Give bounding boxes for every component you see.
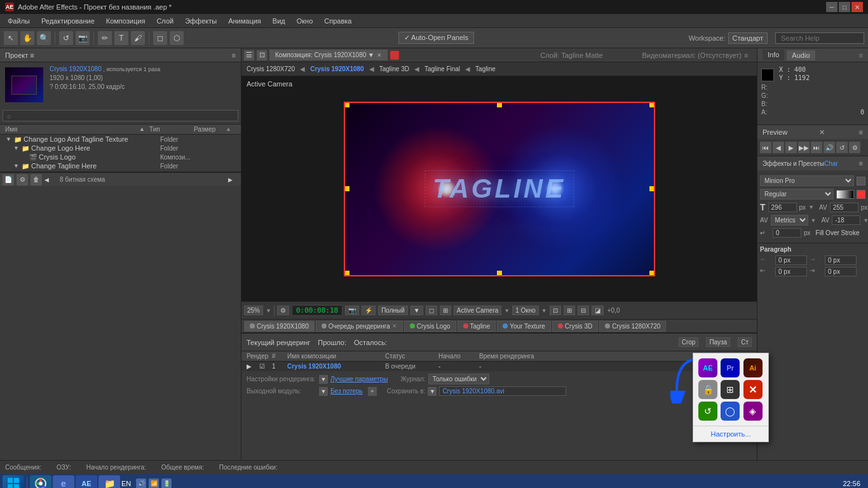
comp-tab-close[interactable]: ✕ bbox=[377, 52, 382, 58]
add-module-icon[interactable]: + bbox=[368, 387, 377, 396]
sort-icon[interactable]: ▲ bbox=[139, 126, 149, 133]
comp-settings-icon[interactable]: ⚙ bbox=[277, 306, 289, 315]
motion-blur-icon[interactable]: ⚡ bbox=[362, 306, 376, 315]
scroll-up[interactable]: ▲ bbox=[226, 126, 236, 133]
ae-taskbar-icon[interactable]: AE bbox=[76, 475, 97, 488]
preview-audio[interactable]: 🔊 bbox=[824, 142, 835, 153]
tab-render-queue[interactable]: Очередь рендеринга ✕ bbox=[316, 321, 403, 332]
region-icon[interactable]: ◻ bbox=[426, 306, 437, 315]
zoom-arrow[interactable]: ▼ bbox=[266, 308, 271, 314]
panel-options-icon[interactable]: ≡ bbox=[232, 51, 236, 59]
settings-dropdown-icon[interactable]: ▼ bbox=[319, 375, 328, 384]
scroll-left[interactable]: ◀ bbox=[44, 177, 57, 183]
popup-grid-icon[interactable]: ⊞ bbox=[721, 380, 740, 399]
popup-close-icon[interactable]: ✕ bbox=[743, 380, 763, 399]
popup-lock-icon[interactable]: 🔒 bbox=[698, 380, 717, 399]
tab-close[interactable]: ✕ bbox=[392, 323, 397, 329]
minimize-button[interactable]: ─ bbox=[826, 2, 837, 12]
layout-icon3[interactable]: ⊟ bbox=[578, 306, 589, 315]
save-path-input[interactable] bbox=[439, 386, 566, 396]
project-list-item[interactable]: 🎬TaglineКомпози... bbox=[0, 170, 241, 172]
layout-icon2[interactable]: ⊞ bbox=[564, 306, 575, 315]
preview-skip-end[interactable]: ⏭ bbox=[811, 142, 822, 153]
char-tab[interactable]: Char bbox=[824, 160, 838, 167]
leading-input[interactable] bbox=[832, 215, 860, 225]
preview-settings[interactable]: ⚙ bbox=[849, 142, 860, 153]
log-select[interactable]: Только ошибки bbox=[428, 374, 489, 384]
menu-layer[interactable]: Слой bbox=[151, 16, 179, 26]
font-style-select[interactable]: Regular bbox=[760, 189, 834, 200]
tool-select[interactable]: ↖ bbox=[4, 31, 18, 45]
corner-mb[interactable] bbox=[497, 271, 502, 276]
menu-files[interactable]: Файлы bbox=[3, 16, 35, 26]
fill-color-swatch[interactable] bbox=[857, 190, 865, 199]
preview-play[interactable]: ▶ bbox=[785, 142, 797, 153]
tab-crysis1920[interactable]: Crysis 1920X1080 bbox=[244, 321, 315, 332]
preview-loop[interactable]: ↺ bbox=[836, 142, 848, 153]
corner-mt[interactable] bbox=[497, 102, 502, 107]
font-color-swatch[interactable] bbox=[857, 177, 865, 186]
project-list-item[interactable]: ▼📁Change Tagline HereFolder bbox=[0, 161, 241, 170]
record-button[interactable] bbox=[390, 51, 399, 60]
render-checkbox[interactable]: ☑ bbox=[259, 363, 269, 370]
tracking-input[interactable] bbox=[830, 203, 858, 212]
corner-mr[interactable] bbox=[649, 186, 654, 191]
tab-crysis3d[interactable]: Crysis 3D bbox=[552, 321, 598, 332]
panel-options[interactable]: ≡ bbox=[744, 51, 754, 59]
start-button[interactable] bbox=[3, 475, 24, 488]
delete-icon[interactable]: 🗑 bbox=[31, 174, 42, 186]
breadcrumb-tagline3d[interactable]: Tagline 3D bbox=[379, 65, 409, 72]
camera-arrow[interactable]: ▼ bbox=[504, 308, 510, 314]
project-list-item[interactable]: ▼📁Change Logo And Tagline TextureFolder bbox=[0, 135, 241, 144]
popup-pr-icon[interactable]: Pr bbox=[721, 358, 740, 377]
menu-composition[interactable]: Композиция bbox=[101, 16, 151, 26]
output-dropdown-icon[interactable]: ▼ bbox=[319, 387, 328, 396]
chrome-taskbar-icon[interactable] bbox=[30, 475, 51, 488]
expand-toggle[interactable]: ▼ bbox=[13, 163, 20, 169]
close-button[interactable]: ✕ bbox=[851, 2, 863, 12]
corner-ml[interactable] bbox=[344, 186, 349, 191]
effects-options[interactable]: ≡ bbox=[859, 159, 863, 167]
tab-crysis-logo[interactable]: Crysis Logo bbox=[404, 321, 456, 332]
popup-ae-icon[interactable]: AE bbox=[698, 358, 717, 377]
preview-next-frame[interactable]: ▶▶ bbox=[798, 142, 810, 153]
metrics-select[interactable]: Metrics bbox=[771, 215, 808, 226]
menu-view[interactable]: Вид bbox=[268, 16, 290, 26]
info-options[interactable]: ≡ bbox=[859, 51, 863, 59]
info-tab[interactable]: Info bbox=[763, 50, 784, 60]
tray-icon3[interactable]: 🔋 bbox=[161, 478, 172, 488]
indent-right-input[interactable] bbox=[825, 267, 857, 276]
expand-toggle[interactable]: ▼ bbox=[13, 145, 20, 151]
tray-icon1[interactable]: 🔊 bbox=[136, 478, 146, 488]
settings-icon[interactable]: ⚙ bbox=[17, 174, 28, 186]
tool-pen[interactable]: ✏ bbox=[98, 31, 112, 45]
popup-ai-icon[interactable]: Ai bbox=[743, 358, 763, 377]
menu-animation[interactable]: Анимация bbox=[223, 16, 266, 26]
audio-tab[interactable]: Audio bbox=[787, 50, 815, 60]
scroll-right[interactable]: ▶ bbox=[228, 177, 238, 183]
ie-taskbar-icon[interactable]: e bbox=[53, 475, 74, 488]
quality-control[interactable]: Полный bbox=[378, 306, 408, 315]
menu-edit[interactable]: Редактирование bbox=[36, 16, 100, 26]
comp-canvas[interactable]: TAGLINE bbox=[344, 102, 655, 276]
popup-purple-icon[interactable]: ◈ bbox=[743, 402, 763, 421]
tool-mask[interactable]: ⬡ bbox=[170, 31, 184, 45]
layout-icon1[interactable]: ⊡ bbox=[550, 306, 561, 315]
camera-icon[interactable]: 📷 bbox=[345, 306, 359, 315]
layout-icon4[interactable]: ◪ bbox=[592, 306, 604, 315]
explorer-taskbar-icon[interactable]: 📁 bbox=[98, 475, 120, 488]
comp-menu-icon[interactable]: ☰ bbox=[244, 50, 254, 60]
tool-rotate[interactable]: ↺ bbox=[59, 31, 73, 45]
preview-prev-frame[interactable]: ◀ bbox=[773, 142, 784, 153]
windows-arrow[interactable]: ▼ bbox=[541, 308, 547, 314]
project-list-item[interactable]: ▼📁Change Logo HereFolder bbox=[0, 144, 241, 152]
breadcrumb-crysis1920[interactable]: Crysis 1920X1080 bbox=[310, 65, 364, 72]
windows-select[interactable]: 1 Окно bbox=[512, 306, 539, 315]
quality-arrow[interactable]: ▼ bbox=[410, 306, 423, 315]
time-display[interactable]: 0:00:08:18 bbox=[292, 305, 342, 316]
comp-snap-icon[interactable]: ⊡ bbox=[257, 50, 267, 60]
tool-zoom[interactable]: 🔍 bbox=[37, 31, 51, 45]
workspace-select[interactable]: Стандарт bbox=[728, 32, 768, 44]
font-name-select[interactable]: Minion Pro bbox=[760, 175, 854, 186]
tab-crysis1280[interactable]: Crysis 1280X720 bbox=[599, 321, 666, 332]
